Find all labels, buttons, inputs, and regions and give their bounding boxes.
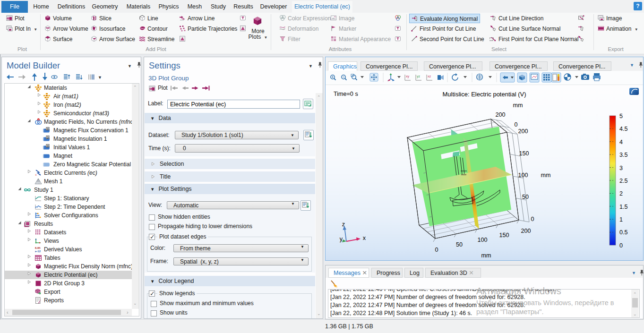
svg-text:y: y: [340, 236, 343, 242]
svg-text:3.5: 3.5: [619, 152, 628, 158]
svg-text:2.5: 2.5: [619, 178, 628, 184]
svg-text:5: 5: [619, 113, 623, 120]
svg-text:1.5: 1.5: [619, 204, 628, 210]
svg-text:4: 4: [619, 139, 623, 145]
svg-text:mm: mm: [481, 252, 491, 259]
svg-text:200: 200: [495, 111, 505, 118]
svg-text:Time=0 s: Time=0 s: [334, 91, 358, 97]
svg-text:3: 3: [619, 165, 623, 171]
svg-text:1: 1: [619, 216, 623, 223]
svg-text:Multislice: Electric potential: Multislice: Electric potential (V): [443, 91, 526, 98]
svg-text:mm: mm: [541, 172, 551, 179]
svg-text:50: 50: [456, 241, 463, 248]
svg-text:200: 200: [518, 128, 528, 135]
svg-text:x: x: [363, 235, 366, 241]
svg-text:0: 0: [514, 121, 517, 128]
svg-text:150: 150: [499, 232, 509, 239]
svg-text:200: 200: [521, 228, 531, 234]
svg-text:0.5: 0.5: [619, 229, 628, 236]
svg-text:z: z: [342, 221, 345, 228]
svg-text:100: 100: [518, 172, 528, 179]
svg-text:2: 2: [619, 190, 623, 197]
svg-text:0: 0: [531, 216, 534, 222]
svg-text:50: 50: [522, 194, 529, 200]
svg-text:100: 100: [477, 237, 487, 243]
svg-text:0: 0: [435, 247, 438, 253]
svg-text:150: 150: [519, 150, 529, 157]
svg-text:4.5: 4.5: [619, 126, 628, 132]
svg-text:yz: yz: [417, 75, 421, 78]
svg-text:mm: mm: [513, 102, 523, 109]
svg-text:0: 0: [619, 242, 623, 249]
svg-text:xy: xy: [406, 75, 410, 78]
svg-text:xz: xz: [428, 75, 431, 78]
